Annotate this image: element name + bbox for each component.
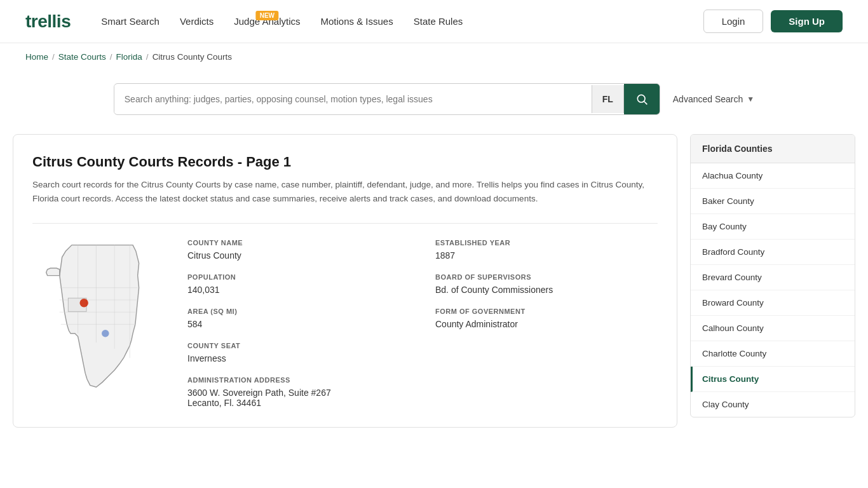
svg-point-12 <box>102 330 109 337</box>
logo[interactable]: trellis <box>25 11 71 32</box>
advanced-search-link[interactable]: Advanced Search ▼ <box>673 94 754 104</box>
sidebar-item-charlotte[interactable]: Charlotte County <box>691 341 855 367</box>
nav-item-state-rules: State Rules <box>414 16 463 27</box>
nav-link-smart-search[interactable]: Smart Search <box>101 16 159 27</box>
advanced-search-label: Advanced Search <box>673 94 743 104</box>
search-section: FL Advanced Search ▼ <box>0 71 868 134</box>
county-seat-value: Inverness <box>187 353 410 363</box>
nav-item-motions: Motions & Issues <box>321 16 393 27</box>
info-columns: COUNTY NAME Citrus County POPULATION 140… <box>187 239 658 408</box>
sidebar-item-broward[interactable]: Broward County <box>691 290 855 316</box>
svg-line-1 <box>644 102 648 105</box>
county-info-section: COUNTY NAME Citrus County POPULATION 140… <box>32 223 658 408</box>
search-container: FL <box>114 83 660 115</box>
nav-links: Smart Search Verdicts NEW Judge Analytic… <box>101 16 463 27</box>
established-value: 1887 <box>435 250 658 261</box>
population-label: POPULATION <box>187 273 410 281</box>
search-icon <box>635 93 648 105</box>
board-label: BOARD OF SUPERVISORS <box>435 273 658 281</box>
logo-area: trellis Smart Search Verdicts NEW Judge … <box>25 11 463 32</box>
search-input[interactable] <box>114 85 592 113</box>
breadcrumb-sep-1: / <box>52 52 55 62</box>
admin-address-line1: 3600 W. Sovereign Path, Suite #267 <box>187 388 410 398</box>
map-container <box>32 239 172 408</box>
sidebar-item-clay[interactable]: Clay County <box>691 392 855 417</box>
florida-map <box>32 239 172 391</box>
sidebar-item-baker[interactable]: Baker County <box>691 189 855 214</box>
sidebar-item-brevard[interactable]: Brevard County <box>691 265 855 290</box>
nav-item-judge-analytics: NEW Judge Analytics <box>234 16 300 27</box>
admin-address-line2: Lecanto, Fl. 34461 <box>187 398 410 408</box>
nav-item-verdicts: Verdicts <box>180 16 214 27</box>
nav-link-verdicts[interactable]: Verdicts <box>180 16 214 27</box>
county-name-value: Citrus County <box>187 250 410 261</box>
info-col-right: ESTABLISHED YEAR 1887 BOARD OF SUPERVISO… <box>435 239 658 408</box>
login-button[interactable]: Login <box>703 10 764 33</box>
nav-link-motions[interactable]: Motions & Issues <box>321 16 393 27</box>
header-actions: Login Sign Up <box>703 10 843 33</box>
signup-button[interactable]: Sign Up <box>771 10 843 32</box>
breadcrumb-state-courts[interactable]: State Courts <box>58 52 106 62</box>
sidebar-item-alachua[interactable]: Alachua County <box>691 163 855 189</box>
breadcrumb-current: Citrus County Courts <box>153 52 232 62</box>
established-label: ESTABLISHED YEAR <box>435 239 658 247</box>
search-state-badge: FL <box>592 85 624 113</box>
new-badge: NEW <box>256 11 278 20</box>
sidebar-item-calhoun[interactable]: Calhoun County <box>691 316 855 341</box>
form-govt-label: FORM OF GOVERNMENT <box>435 308 658 315</box>
svg-point-11 <box>79 299 88 307</box>
svg-point-0 <box>637 95 645 102</box>
nav-link-state-rules[interactable]: State Rules <box>414 16 463 27</box>
sidebar-header: Florida Counties <box>691 135 855 163</box>
header: trellis Smart Search Verdicts NEW Judge … <box>0 0 868 43</box>
right-sidebar: Florida Counties Alachua County Baker Co… <box>690 134 855 417</box>
chevron-down-icon: ▼ <box>747 95 754 104</box>
county-name-label: COUNTY NAME <box>187 239 410 247</box>
area-label: AREA (SQ MI) <box>187 308 410 315</box>
left-panel: Citrus County Courts Records - Page 1 Se… <box>13 134 677 428</box>
info-col-left: COUNTY NAME Citrus County POPULATION 140… <box>187 239 410 408</box>
page-description: Search court records for the Citrus Coun… <box>32 178 658 205</box>
area-value: 584 <box>187 319 410 329</box>
breadcrumb-sep-2: / <box>110 52 112 62</box>
search-button[interactable] <box>624 84 660 114</box>
breadcrumb: Home / State Courts / Florida / Citrus C… <box>0 43 868 71</box>
board-value: Bd. of County Commissioners <box>435 285 658 295</box>
breadcrumb-home[interactable]: Home <box>25 52 48 62</box>
breadcrumb-sep-3: / <box>146 52 149 62</box>
nav-item-smart-search: Smart Search <box>101 16 159 27</box>
page-title: Citrus County Courts Records - Page 1 <box>32 154 658 170</box>
form-govt-value: County Administrator <box>435 319 658 329</box>
main-content: Citrus County Courts Records - Page 1 Se… <box>0 134 868 453</box>
sidebar-item-bay[interactable]: Bay County <box>691 214 855 240</box>
sidebar-item-citrus[interactable]: Citrus County <box>691 367 855 392</box>
breadcrumb-florida[interactable]: Florida <box>116 52 142 62</box>
county-seat-label: COUNTY SEAT <box>187 342 410 349</box>
admin-address-label: ADMINISTRATION ADDRESS <box>187 376 410 384</box>
sidebar-item-bradford[interactable]: Bradford County <box>691 240 855 265</box>
population-value: 140,031 <box>187 285 410 295</box>
